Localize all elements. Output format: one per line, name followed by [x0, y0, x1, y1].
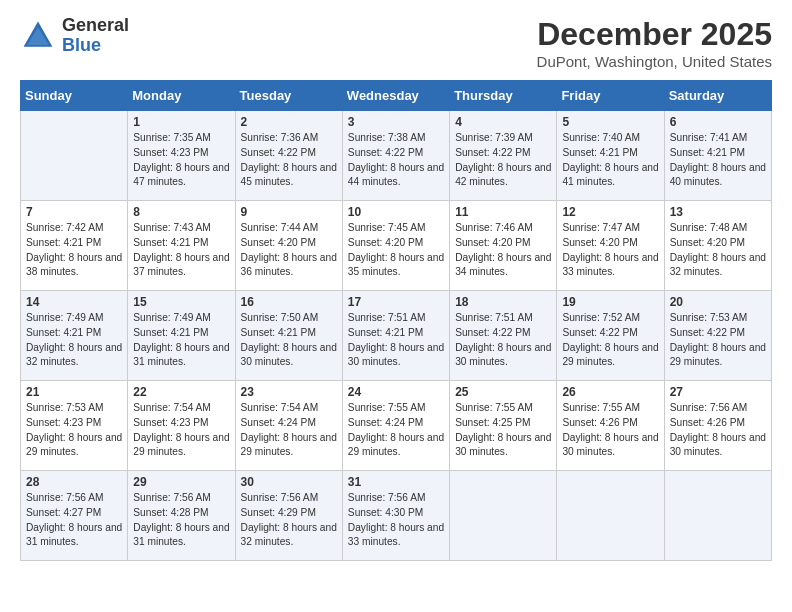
day-number: 28 — [26, 475, 122, 489]
sunrise-text: Sunrise: 7:55 AM — [562, 401, 658, 416]
day-number: 15 — [133, 295, 229, 309]
calendar-cell: 4Sunrise: 7:39 AMSunset: 4:22 PMDaylight… — [450, 111, 557, 201]
calendar-cell: 10Sunrise: 7:45 AMSunset: 4:20 PMDayligh… — [342, 201, 449, 291]
week-row-5: 28Sunrise: 7:56 AMSunset: 4:27 PMDayligh… — [21, 471, 772, 561]
day-number: 30 — [241, 475, 337, 489]
sunset-text: Sunset: 4:26 PM — [670, 416, 766, 431]
day-number: 19 — [562, 295, 658, 309]
sunrise-text: Sunrise: 7:39 AM — [455, 131, 551, 146]
day-number: 9 — [241, 205, 337, 219]
sunset-text: Sunset: 4:23 PM — [133, 146, 229, 161]
sunrise-text: Sunrise: 7:43 AM — [133, 221, 229, 236]
sunset-text: Sunset: 4:22 PM — [241, 146, 337, 161]
daylight-text: Daylight: 8 hours and 35 minutes. — [348, 251, 444, 281]
daylight-text: Daylight: 8 hours and 34 minutes. — [455, 251, 551, 281]
title-block: December 2025 DuPont, Washington, United… — [537, 16, 772, 70]
day-number: 25 — [455, 385, 551, 399]
sunrise-text: Sunrise: 7:50 AM — [241, 311, 337, 326]
daylight-text: Daylight: 8 hours and 47 minutes. — [133, 161, 229, 191]
daylight-text: Daylight: 8 hours and 30 minutes. — [241, 341, 337, 371]
sunset-text: Sunset: 4:20 PM — [241, 236, 337, 251]
day-info: Sunrise: 7:53 AMSunset: 4:23 PMDaylight:… — [26, 401, 122, 460]
header-day-monday: Monday — [128, 81, 235, 111]
day-info: Sunrise: 7:51 AMSunset: 4:22 PMDaylight:… — [455, 311, 551, 370]
day-info: Sunrise: 7:46 AMSunset: 4:20 PMDaylight:… — [455, 221, 551, 280]
daylight-text: Daylight: 8 hours and 29 minutes. — [133, 431, 229, 461]
sunrise-text: Sunrise: 7:56 AM — [348, 491, 444, 506]
sunrise-text: Sunrise: 7:52 AM — [562, 311, 658, 326]
day-number: 31 — [348, 475, 444, 489]
week-row-4: 21Sunrise: 7:53 AMSunset: 4:23 PMDayligh… — [21, 381, 772, 471]
day-number: 5 — [562, 115, 658, 129]
calendar-subtitle: DuPont, Washington, United States — [537, 53, 772, 70]
sunset-text: Sunset: 4:21 PM — [26, 326, 122, 341]
header-row: SundayMondayTuesdayWednesdayThursdayFrid… — [21, 81, 772, 111]
sunrise-text: Sunrise: 7:35 AM — [133, 131, 229, 146]
sunset-text: Sunset: 4:22 PM — [562, 326, 658, 341]
calendar-cell: 13Sunrise: 7:48 AMSunset: 4:20 PMDayligh… — [664, 201, 771, 291]
daylight-text: Daylight: 8 hours and 30 minutes. — [455, 341, 551, 371]
sunrise-text: Sunrise: 7:48 AM — [670, 221, 766, 236]
day-info: Sunrise: 7:52 AMSunset: 4:22 PMDaylight:… — [562, 311, 658, 370]
calendar-cell: 8Sunrise: 7:43 AMSunset: 4:21 PMDaylight… — [128, 201, 235, 291]
calendar-cell — [664, 471, 771, 561]
sunset-text: Sunset: 4:22 PM — [455, 326, 551, 341]
calendar-cell — [21, 111, 128, 201]
day-info: Sunrise: 7:42 AMSunset: 4:21 PMDaylight:… — [26, 221, 122, 280]
header-day-saturday: Saturday — [664, 81, 771, 111]
daylight-text: Daylight: 8 hours and 31 minutes. — [133, 341, 229, 371]
day-info: Sunrise: 7:56 AMSunset: 4:26 PMDaylight:… — [670, 401, 766, 460]
day-info: Sunrise: 7:43 AMSunset: 4:21 PMDaylight:… — [133, 221, 229, 280]
daylight-text: Daylight: 8 hours and 30 minutes. — [670, 431, 766, 461]
sunset-text: Sunset: 4:21 PM — [241, 326, 337, 341]
day-info: Sunrise: 7:49 AMSunset: 4:21 PMDaylight:… — [133, 311, 229, 370]
calendar-cell: 26Sunrise: 7:55 AMSunset: 4:26 PMDayligh… — [557, 381, 664, 471]
day-info: Sunrise: 7:41 AMSunset: 4:21 PMDaylight:… — [670, 131, 766, 190]
daylight-text: Daylight: 8 hours and 30 minutes. — [562, 431, 658, 461]
daylight-text: Daylight: 8 hours and 38 minutes. — [26, 251, 122, 281]
day-info: Sunrise: 7:40 AMSunset: 4:21 PMDaylight:… — [562, 131, 658, 190]
sunset-text: Sunset: 4:21 PM — [348, 326, 444, 341]
day-number: 27 — [670, 385, 766, 399]
page-header: General Blue December 2025 DuPont, Washi… — [20, 16, 772, 70]
sunrise-text: Sunrise: 7:54 AM — [133, 401, 229, 416]
day-number: 12 — [562, 205, 658, 219]
calendar-cell: 19Sunrise: 7:52 AMSunset: 4:22 PMDayligh… — [557, 291, 664, 381]
calendar-cell: 11Sunrise: 7:46 AMSunset: 4:20 PMDayligh… — [450, 201, 557, 291]
sunrise-text: Sunrise: 7:56 AM — [670, 401, 766, 416]
calendar-cell: 27Sunrise: 7:56 AMSunset: 4:26 PMDayligh… — [664, 381, 771, 471]
day-number: 10 — [348, 205, 444, 219]
day-number: 17 — [348, 295, 444, 309]
logo-icon — [20, 18, 56, 54]
day-info: Sunrise: 7:38 AMSunset: 4:22 PMDaylight:… — [348, 131, 444, 190]
sunrise-text: Sunrise: 7:51 AM — [455, 311, 551, 326]
header-day-sunday: Sunday — [21, 81, 128, 111]
daylight-text: Daylight: 8 hours and 33 minutes. — [562, 251, 658, 281]
calendar-cell: 9Sunrise: 7:44 AMSunset: 4:20 PMDaylight… — [235, 201, 342, 291]
calendar-cell: 7Sunrise: 7:42 AMSunset: 4:21 PMDaylight… — [21, 201, 128, 291]
day-number: 7 — [26, 205, 122, 219]
sunrise-text: Sunrise: 7:36 AM — [241, 131, 337, 146]
day-number: 21 — [26, 385, 122, 399]
sunset-text: Sunset: 4:21 PM — [133, 236, 229, 251]
calendar-cell: 25Sunrise: 7:55 AMSunset: 4:25 PMDayligh… — [450, 381, 557, 471]
daylight-text: Daylight: 8 hours and 42 minutes. — [455, 161, 551, 191]
sunset-text: Sunset: 4:20 PM — [348, 236, 444, 251]
sunrise-text: Sunrise: 7:55 AM — [348, 401, 444, 416]
day-number: 20 — [670, 295, 766, 309]
day-number: 26 — [562, 385, 658, 399]
sunset-text: Sunset: 4:22 PM — [670, 326, 766, 341]
header-day-friday: Friday — [557, 81, 664, 111]
daylight-text: Daylight: 8 hours and 30 minutes. — [455, 431, 551, 461]
sunset-text: Sunset: 4:26 PM — [562, 416, 658, 431]
day-number: 18 — [455, 295, 551, 309]
day-info: Sunrise: 7:54 AMSunset: 4:23 PMDaylight:… — [133, 401, 229, 460]
calendar-cell: 12Sunrise: 7:47 AMSunset: 4:20 PMDayligh… — [557, 201, 664, 291]
week-row-3: 14Sunrise: 7:49 AMSunset: 4:21 PMDayligh… — [21, 291, 772, 381]
header-day-wednesday: Wednesday — [342, 81, 449, 111]
day-info: Sunrise: 7:47 AMSunset: 4:20 PMDaylight:… — [562, 221, 658, 280]
daylight-text: Daylight: 8 hours and 30 minutes. — [348, 341, 444, 371]
calendar-body: 1Sunrise: 7:35 AMSunset: 4:23 PMDaylight… — [21, 111, 772, 561]
day-number: 11 — [455, 205, 551, 219]
calendar-cell: 23Sunrise: 7:54 AMSunset: 4:24 PMDayligh… — [235, 381, 342, 471]
